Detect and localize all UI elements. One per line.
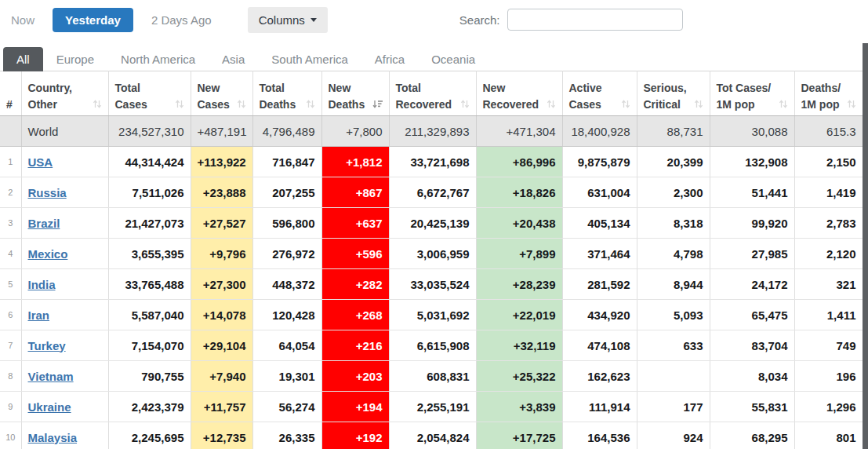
active-cases-cell: 405,134 xyxy=(562,208,637,239)
total-recovered-cell: 20,425,139 xyxy=(389,208,476,239)
new-cases-cell: +12,735 xyxy=(191,422,252,449)
caret-down-icon xyxy=(311,18,317,22)
tab-europe[interactable]: Europe xyxy=(43,47,107,71)
tab-south-america[interactable]: South America xyxy=(258,47,361,71)
tab-north-america[interactable]: North America xyxy=(107,47,209,71)
country-cell: Ukraine xyxy=(21,392,108,422)
deaths-per-1m-cell: 615.3 xyxy=(794,116,863,147)
rank-cell: 6 xyxy=(0,300,21,330)
cases-per-1m-cell: 99,920 xyxy=(710,208,794,239)
total-deaths-cell: 120,428 xyxy=(252,300,321,330)
sort-icon xyxy=(847,99,856,109)
country-link-russia[interactable]: Russia xyxy=(28,186,67,199)
rank-cell: 4 xyxy=(0,239,21,269)
column-header-total-deaths[interactable]: TotalDeaths xyxy=(252,71,321,116)
new-cases-cell: +113,922 xyxy=(191,147,252,177)
total-recovered-cell: 3,006,959 xyxy=(389,239,476,269)
country-link-turkey[interactable]: Turkey xyxy=(28,339,66,352)
cases-per-1m-cell: 55,831 xyxy=(710,392,794,422)
country-row-mexico: 4Mexico3,655,395+9,796276,972+5963,006,9… xyxy=(0,239,863,269)
country-link-brazil[interactable]: Brazil xyxy=(28,217,60,230)
sort-icon xyxy=(93,99,102,109)
new-deaths-cell: +867 xyxy=(321,177,389,208)
country-link-iran[interactable]: Iran xyxy=(28,308,50,322)
column-header-new-cases[interactable]: NewCases xyxy=(191,71,252,116)
country-cell: Brazil xyxy=(21,208,108,239)
country-row-usa: 1USA44,314,424+113,922716,847+1,81233,72… xyxy=(0,147,863,177)
column-header-active-cases[interactable]: ActiveCases xyxy=(562,71,637,116)
total-cases-cell: 33,765,488 xyxy=(108,269,191,300)
serious-critical-cell: 20,399 xyxy=(637,147,710,177)
now-link[interactable]: Now xyxy=(11,13,35,27)
search-label: Search: xyxy=(459,13,500,27)
vertical-scrollbar[interactable] xyxy=(863,43,868,449)
total-deaths-cell: 56,274 xyxy=(252,392,321,422)
country-link-vietnam[interactable]: Vietnam xyxy=(28,370,74,383)
total-cases-cell: 21,427,073 xyxy=(108,208,191,239)
new-recovered-cell: +471,304 xyxy=(476,116,562,147)
columns-dropdown-button[interactable]: Columns xyxy=(248,7,328,33)
country-row-russia: 2Russia7,511,026+23,888207,255+8676,672,… xyxy=(0,177,863,208)
tab-oceania[interactable]: Oceania xyxy=(418,47,488,71)
total-recovered-cell: 608,831 xyxy=(389,361,476,392)
new-cases-cell: +29,104 xyxy=(191,330,252,361)
country-link-malaysia[interactable]: Malaysia xyxy=(28,431,78,444)
cases-per-1m-cell: 27,985 xyxy=(710,239,794,269)
rank-cell: 8 xyxy=(0,361,21,392)
country-cell: Mexico xyxy=(21,239,108,269)
serious-critical-cell: 924 xyxy=(637,422,710,449)
sort-icon xyxy=(237,99,246,109)
yesterday-button[interactable]: Yesterday xyxy=(53,8,133,32)
country-cell: Iran xyxy=(21,300,108,330)
search-input[interactable] xyxy=(507,9,683,31)
sort-icon xyxy=(306,99,315,109)
cases-per-1m-cell: 68,295 xyxy=(710,422,794,449)
country-cell: Vietnam xyxy=(21,361,108,392)
active-cases-cell: 434,920 xyxy=(562,300,637,330)
column-header-new-recovered[interactable]: NewRecovered xyxy=(476,71,562,116)
country-row-turkey: 7Turkey7,154,070+29,10464,054+2166,615,9… xyxy=(0,330,863,361)
column-header-new-deaths[interactable]: NewDeaths xyxy=(321,71,389,116)
sort-icon xyxy=(694,99,703,109)
active-cases-cell: 631,004 xyxy=(562,177,637,208)
new-cases-cell: +487,191 xyxy=(191,116,252,147)
new-deaths-cell: +1,812 xyxy=(321,147,389,177)
column-header-country-other[interactable]: Country,Other xyxy=(21,71,108,116)
column-header-serious-critical[interactable]: Serious,Critical xyxy=(637,71,710,116)
country-link-mexico[interactable]: Mexico xyxy=(28,247,68,261)
deaths-per-1m-cell: 196 xyxy=(794,361,863,392)
country-link-usa[interactable]: USA xyxy=(28,155,53,169)
serious-critical-cell: 4,798 xyxy=(637,239,710,269)
new-deaths-cell: +282 xyxy=(321,269,389,300)
country-cell: India xyxy=(21,269,108,300)
column-header-total-cases[interactable]: TotalCases xyxy=(108,71,191,116)
country-cell: Russia xyxy=(21,177,108,208)
world-row: World234,527,310+487,1914,796,489+7,8002… xyxy=(0,116,863,147)
cases-per-1m-cell: 8,034 xyxy=(710,361,794,392)
rank-cell: 1 xyxy=(0,147,21,177)
tab-africa[interactable]: Africa xyxy=(361,47,418,71)
cases-per-1m-cell: 24,172 xyxy=(710,269,794,300)
total-deaths-cell: 64,054 xyxy=(252,330,321,361)
tab-asia[interactable]: Asia xyxy=(209,47,258,71)
two-days-ago-link[interactable]: 2 Days Ago xyxy=(151,13,212,27)
deaths-per-1m-cell: 1,296 xyxy=(794,392,863,422)
column-header-total-recovered[interactable]: TotalRecovered xyxy=(389,71,476,116)
new-recovered-cell: +32,119 xyxy=(476,330,562,361)
tab-all[interactable]: All xyxy=(3,47,43,71)
new-deaths-cell: +203 xyxy=(321,361,389,392)
column-header-deaths-per-1m[interactable]: Deaths/1M pop xyxy=(794,71,863,116)
serious-critical-cell xyxy=(637,361,710,392)
deaths-per-1m-cell: 2,783 xyxy=(794,208,863,239)
country-link-ukraine[interactable]: Ukraine xyxy=(28,400,71,414)
rank-cell: 10 xyxy=(0,422,21,449)
new-deaths-cell: +216 xyxy=(321,330,389,361)
country-cell: World xyxy=(21,116,108,147)
new-cases-cell: +14,078 xyxy=(191,300,252,330)
column-header-cases-per-1m[interactable]: Tot Cases/1M pop xyxy=(710,71,794,116)
deaths-per-1m-cell: 2,120 xyxy=(794,239,863,269)
country-link-india[interactable]: India xyxy=(28,278,56,291)
sort-icon xyxy=(460,99,470,109)
serious-critical-cell: 88,731 xyxy=(637,116,710,147)
active-cases-cell: 9,875,879 xyxy=(562,147,637,177)
